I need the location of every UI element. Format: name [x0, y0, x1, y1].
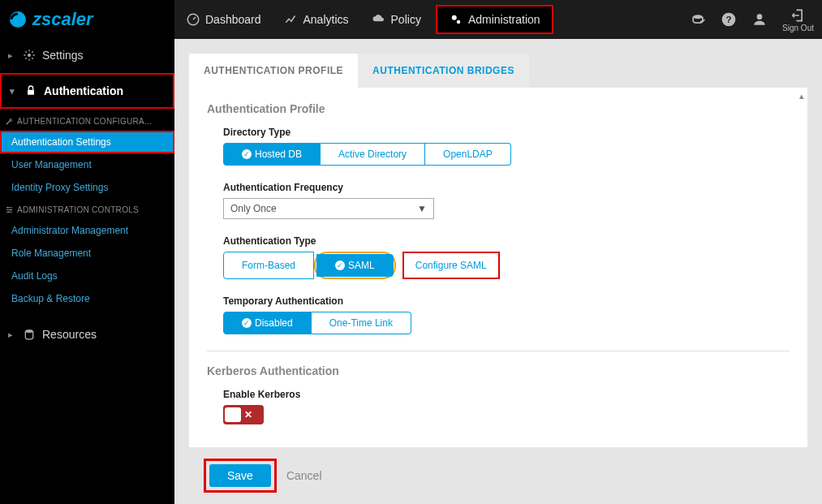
temp-auth-block: Temporary Authentication ✓Disabled One-T…: [223, 295, 790, 334]
sidebar-item-identity-proxy[interactable]: Identity Proxy Settings: [0, 176, 174, 199]
kerberos-block: Enable Kerberos ✕: [223, 389, 790, 424]
kerberos-label: Enable Kerberos: [223, 389, 790, 400]
highlight-red: Save: [204, 459, 277, 493]
sidebar-auth-config-header: AUTHENTICATION CONFIGURA...: [0, 110, 174, 131]
sliders-icon: [5, 205, 14, 214]
tab-auth-profile[interactable]: AUTHENTICATION PROFILE: [189, 54, 358, 88]
directory-type-openldap[interactable]: OpenLDAP: [425, 143, 511, 166]
divider: [207, 351, 790, 351]
nav-dashboard[interactable]: Dashboard: [174, 0, 273, 39]
sidebar-item-user-management[interactable]: User Management: [0, 153, 174, 176]
chevron-down-icon: ▼: [417, 203, 427, 214]
save-button[interactable]: Save: [209, 464, 271, 487]
sidebar-settings-label: Settings: [42, 49, 84, 62]
user-icon[interactable]: [751, 11, 768, 28]
logo: zscaler: [0, 0, 174, 39]
auth-frequency-block: Authentication Frequency Only Once ▼: [223, 182, 790, 219]
configure-saml-link[interactable]: Configure SAML: [406, 255, 497, 276]
check-icon: ✓: [335, 261, 345, 270]
gauge-icon: [186, 12, 200, 27]
auth-type-saml[interactable]: ✓SAML: [316, 254, 394, 277]
directory-type-block: Directory Type ✓Hosted DB Active Directo…: [223, 127, 790, 166]
gear-icon: [23, 49, 36, 62]
activation-icon[interactable]: [690, 11, 706, 28]
nav-policy-label: Policy: [391, 13, 421, 26]
chart-icon: [284, 12, 299, 27]
nav-dashboard-label: Dashboard: [205, 13, 261, 26]
svg-rect-9: [28, 90, 34, 95]
auth-frequency-select[interactable]: Only Once ▼: [223, 198, 434, 219]
top-right-icons: ? Sign Out: [690, 7, 822, 32]
svg-point-4: [693, 15, 703, 19]
svg-point-8: [28, 54, 31, 57]
svg-point-12: [8, 211, 10, 213]
highlight-orange: ✓SAML: [314, 252, 396, 279]
nav-policy[interactable]: Policy: [360, 0, 433, 39]
nav-analytics[interactable]: Analytics: [273, 0, 360, 39]
footer-actions: Save Cancel: [189, 447, 807, 504]
cancel-button[interactable]: Cancel: [286, 469, 322, 482]
sidebar-item-admin-management[interactable]: Administrator Management: [0, 219, 174, 242]
chevron-right-icon: ▸: [8, 330, 16, 340]
auth-frequency-label: Authentication Frequency: [223, 182, 790, 193]
svg-point-3: [457, 20, 461, 24]
svg-point-10: [7, 207, 9, 209]
auth-type-form-based[interactable]: Form-Based: [223, 252, 314, 279]
svg-point-2: [452, 15, 457, 20]
content-area: AUTHENTICATION PROFILE AUTHENTICATION BR…: [174, 39, 822, 504]
section-title-auth-profile: Authentication Profile: [207, 102, 790, 115]
tab-bar: AUTHENTICATION PROFILE AUTHENTICATION BR…: [189, 54, 807, 88]
check-icon: ✓: [242, 318, 252, 328]
auth-profile-panel: ▴ Authentication Profile Directory Type …: [189, 88, 807, 447]
sidebar-authentication-label: Authentication: [44, 84, 123, 97]
gears-icon: [449, 12, 463, 27]
kerberos-toggle[interactable]: ✕: [223, 405, 264, 424]
directory-type-active-directory[interactable]: Active Directory: [321, 143, 425, 166]
check-icon: ✓: [242, 149, 252, 159]
temp-auth-options: ✓Disabled One-Time Link: [223, 312, 790, 334]
sidebar-resources-label: Resources: [42, 328, 97, 341]
sidebar-item-audit-logs[interactable]: Audit Logs: [0, 265, 174, 287]
lock-icon: [24, 84, 37, 97]
temp-auth-label: Temporary Authentication: [223, 295, 790, 307]
toggle-knob: [225, 407, 241, 422]
top-nav: Dashboard Analytics Policy Administratio…: [174, 0, 822, 39]
scroll-up-icon[interactable]: ▴: [799, 91, 804, 101]
logo-icon: [8, 10, 28, 29]
sidebar-item-authentication-settings[interactable]: Authentication Settings: [0, 131, 174, 153]
directory-type-options: ✓Hosted DB Active Directory OpenLDAP: [223, 143, 790, 166]
sidebar: ▸ Settings ▾ Authentication AUTHENTICATI…: [0, 39, 174, 504]
sidebar-settings[interactable]: ▸ Settings: [0, 39, 174, 71]
chevron-right-icon: ▸: [8, 50, 16, 61]
help-icon[interactable]: ?: [721, 11, 737, 28]
tab-auth-bridges[interactable]: AUTHENTICATION BRIDGES: [358, 54, 529, 88]
directory-type-label: Directory Type: [223, 127, 790, 138]
directory-type-hosted-db[interactable]: ✓Hosted DB: [223, 143, 321, 166]
sidebar-resources[interactable]: ▸ Resources: [0, 318, 174, 351]
svg-text:?: ?: [726, 14, 732, 24]
nav-analytics-label: Analytics: [303, 13, 349, 26]
auth-type-options: Form-Based ✓SAML: [223, 252, 396, 279]
svg-point-11: [10, 209, 11, 211]
auth-type-label: Authentication Type: [223, 235, 790, 247]
db-icon: [23, 328, 36, 341]
wrench-icon: [5, 117, 14, 126]
brand-text: zscaler: [32, 9, 93, 30]
temp-auth-one-time-link[interactable]: One-Time Link: [312, 312, 411, 334]
auth-frequency-value: Only Once: [230, 203, 277, 214]
svg-point-13: [25, 330, 32, 333]
nav-administration-label: Administration: [468, 13, 540, 26]
cloud-icon: [372, 12, 386, 27]
signout-label: Sign Out: [782, 24, 814, 32]
section-title-kerberos: Kerberos Authentication: [207, 364, 790, 377]
sidebar-admin-controls-header: ADMINISTRATION CONTROLS: [0, 199, 174, 219]
auth-type-block: Authentication Type Form-Based ✓SAML Con…: [223, 235, 790, 279]
signout-button[interactable]: Sign Out: [782, 7, 814, 32]
svg-point-7: [757, 14, 763, 19]
sidebar-item-role-management[interactable]: Role Management: [0, 242, 174, 265]
nav-administration[interactable]: Administration: [436, 5, 553, 34]
sidebar-item-backup-restore[interactable]: Backup & Restore: [0, 287, 174, 310]
temp-auth-disabled[interactable]: ✓Disabled: [223, 312, 312, 334]
highlight-red: Configure SAML: [402, 252, 500, 279]
sidebar-authentication[interactable]: ▾ Authentication: [0, 73, 174, 109]
